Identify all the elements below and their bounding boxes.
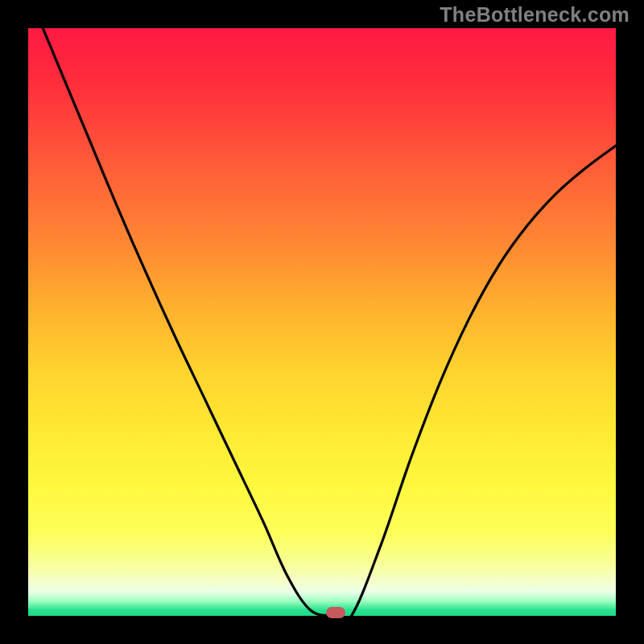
watermark-text: TheBottleneck.com bbox=[440, 3, 630, 27]
bottleneck-curve bbox=[28, 28, 616, 616]
optimum-marker bbox=[326, 607, 345, 618]
plot-area bbox=[28, 28, 616, 616]
chart-frame: TheBottleneck.com bbox=[0, 0, 644, 644]
